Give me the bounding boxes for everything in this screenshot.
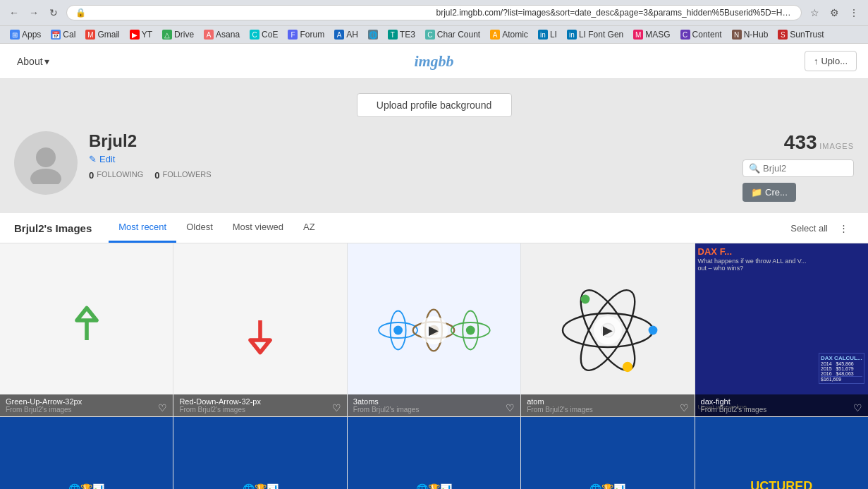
bookmark-label: YT bbox=[142, 30, 152, 40]
image-title: 3atoms bbox=[353, 397, 420, 406]
upload-button-top[interactable]: ↑ Uplo... bbox=[805, 51, 857, 71]
image-caption-bar: Red-Down-Arrow-32-px From Brjul2's image… bbox=[173, 394, 346, 416]
about-menu[interactable]: About ▾ bbox=[11, 53, 55, 70]
menu-button[interactable]: ⋮ bbox=[845, 4, 862, 21]
select-all-button[interactable]: Select all bbox=[785, 217, 833, 239]
image-source: From Brjul2's images bbox=[353, 406, 420, 413]
bookmark-label: Apps bbox=[22, 30, 41, 40]
bookmark-cal[interactable]: 📅Cal bbox=[47, 28, 80, 41]
image-source: From Brjul2's images bbox=[527, 406, 593, 413]
folder-icon: 📁 bbox=[751, 187, 762, 198]
ah-bookmark-icon: A bbox=[334, 30, 344, 40]
back-button[interactable]: ← bbox=[6, 4, 23, 21]
top-nav: About ▾ imgbb ↑ Uplo... bbox=[0, 44, 868, 79]
more-options-icon[interactable]: ⋮ bbox=[833, 217, 854, 239]
heart-button[interactable]: ♡ bbox=[506, 402, 515, 413]
apps-bookmark-icon: ⊞ bbox=[10, 30, 20, 40]
bookmark-n-hub[interactable]: NN-Hub bbox=[728, 28, 773, 41]
bookmark-forum[interactable]: FForum bbox=[283, 28, 329, 41]
bookmark-gmail[interactable]: MGmail bbox=[81, 28, 123, 41]
avatar-icon bbox=[25, 142, 67, 184]
heart-button[interactable]: ♡ bbox=[680, 402, 689, 413]
bookmark-label: LI Font Gen bbox=[579, 30, 623, 40]
search-box: 🔍 bbox=[742, 159, 854, 177]
tab-most-viewed[interactable]: Most viewed bbox=[223, 213, 293, 243]
upload-profile-background-button[interactable]: Upload profile background bbox=[357, 93, 512, 117]
bookmark-label: SunTrust bbox=[790, 30, 824, 40]
bookmark-yt[interactable]: ▶YT bbox=[126, 28, 157, 41]
edit-icon: ✎ bbox=[89, 154, 97, 164]
create-album-button[interactable]: 📁 Cre... bbox=[742, 183, 796, 202]
bookmark-label: Atomic bbox=[502, 30, 528, 40]
bookmark-ah[interactable]: AAH bbox=[330, 28, 362, 41]
image-source: From Brjul2's images bbox=[6, 406, 82, 413]
bookmark-coe[interactable]: CCoE bbox=[245, 28, 282, 41]
bookmark-char-count[interactable]: CChar Count bbox=[421, 28, 484, 41]
image-title: dax-fight bbox=[701, 397, 767, 406]
bookmarks-bar: ⊞Apps📅CalMGmail▶YT△DriveAAsanaCCoEFForum… bbox=[0, 25, 868, 43]
bookmark-atomic[interactable]: AAtomic bbox=[486, 28, 532, 41]
extensions-button[interactable]: ⚙ bbox=[826, 4, 843, 21]
search-input[interactable] bbox=[763, 163, 848, 174]
image-cell[interactable]: ▶ atom From Brjul2's images ♡ bbox=[521, 243, 694, 416]
bookmark-globe[interactable]: 🌐 bbox=[364, 28, 382, 41]
bookmark-li[interactable]: inLI bbox=[534, 28, 561, 41]
forward-button[interactable]: → bbox=[25, 4, 42, 21]
te3-bookmark-icon: T bbox=[388, 30, 398, 40]
heart-button[interactable]: ♡ bbox=[853, 402, 862, 413]
image-cell[interactable]: 🌐🏆📊 ER BI LENGE ER BI LENGE From Brjul2'… bbox=[348, 417, 520, 489]
bookmark-label: Content bbox=[692, 30, 722, 40]
top-nav-right: ↑ Uplo... bbox=[805, 51, 857, 71]
bookmark-label: Asana bbox=[216, 30, 240, 40]
tabs: Most recentOldestMost viewedAZ bbox=[109, 213, 324, 243]
bookmark-asana[interactable]: AAsana bbox=[200, 28, 244, 41]
bookmark-star-button[interactable]: ☆ bbox=[806, 4, 823, 21]
svg-point-1 bbox=[30, 169, 61, 184]
bookmark-apps[interactable]: ⊞Apps bbox=[6, 28, 45, 41]
bookmark-drive[interactable]: △Drive bbox=[158, 28, 198, 41]
follow-stats: 0 FOLLOWING 0 FOLLOWERS bbox=[89, 170, 731, 181]
bookmark-label: CoE bbox=[262, 30, 278, 40]
image-cell[interactable]: Green-Up-Arrow-32px From Brjul2's images… bbox=[0, 243, 173, 416]
following-label: FOLLOWING bbox=[97, 170, 143, 181]
bookmark-masg[interactable]: MMASG bbox=[629, 28, 674, 41]
tab-az[interactable]: AZ bbox=[293, 213, 325, 243]
followers-count: 0 bbox=[154, 170, 159, 181]
svg-point-16 bbox=[580, 294, 589, 303]
edit-profile-button[interactable]: ✎ Edit bbox=[89, 154, 115, 164]
tab-most-recent[interactable]: Most recent bbox=[109, 213, 176, 243]
bookmark-content[interactable]: CContent bbox=[676, 28, 726, 41]
image-cell[interactable]: ▶ 3atoms From Brjul2's images ♡ bbox=[348, 243, 520, 416]
coe-bookmark-icon: C bbox=[250, 30, 259, 40]
image-caption-bar: Green-Up-Arrow-32px From Brjul2's images… bbox=[0, 394, 173, 416]
cal-bookmark-icon: 📅 bbox=[51, 30, 61, 40]
bookmark-li-font-gen[interactable]: inLI Font Gen bbox=[563, 28, 628, 41]
image-cell[interactable]: Red-Down-Arrow-32-px From Brjul2's image… bbox=[173, 243, 346, 416]
image-cell[interactable]: DAX F... What happens if we throw ALL an… bbox=[695, 243, 868, 416]
svg-point-17 bbox=[623, 362, 632, 372]
heart-button[interactable]: ♡ bbox=[332, 402, 341, 413]
profile-details: Brjul2 ✎ Edit 0 FOLLOWING 0 FOLLOWERS bbox=[89, 131, 731, 181]
li-font-gen-bookmark-icon: in bbox=[567, 30, 577, 40]
image-cell[interactable]: 🌐🏆📊 ER BI LENGE ER BI LENGE From Brjul2'… bbox=[173, 417, 346, 489]
content-bookmark-icon: C bbox=[680, 30, 690, 40]
image-source: From Brjul2's images bbox=[179, 406, 261, 413]
address-bar[interactable]: 🔒 brjul2.imgbb.com/?list=images&sort=dat… bbox=[66, 5, 802, 20]
refresh-button[interactable]: ↻ bbox=[45, 4, 62, 21]
bookmark-suntrust[interactable]: SSunTrust bbox=[774, 28, 828, 41]
play-button[interactable]: ▶ bbox=[420, 316, 448, 344]
gmail-bookmark-icon: M bbox=[85, 30, 95, 40]
tab-oldest[interactable]: Oldest bbox=[176, 213, 223, 243]
heart-button[interactable]: ♡ bbox=[158, 402, 167, 413]
play-button[interactable]: ▶ bbox=[594, 316, 622, 344]
bookmark-te3[interactable]: TTE3 bbox=[384, 28, 420, 41]
image-cell[interactable]: UCTURED 👤 bbox=[695, 417, 868, 489]
atomic-bookmark-icon: A bbox=[490, 30, 500, 40]
bookmark-label: N-Hub bbox=[744, 30, 769, 40]
site-logo[interactable]: imgbb bbox=[414, 52, 453, 71]
avatar bbox=[14, 131, 78, 195]
images-header: Brjul2's Images Most recentOldestMost vi… bbox=[0, 213, 868, 243]
image-cell[interactable]: 🌐🏆📊 ER BI LENGE ER BI LENGE From Brjul2'… bbox=[0, 417, 173, 489]
image-cell[interactable]: 🌐🏆📊 ER BI LENGE ER BI LENGE From Brjul2'… bbox=[521, 417, 694, 489]
followers-label: FOLLOWERS bbox=[162, 170, 211, 181]
